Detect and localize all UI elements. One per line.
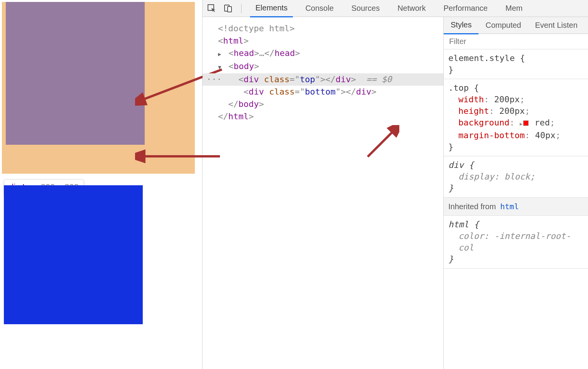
prop-width-name[interactable]: width bbox=[458, 95, 484, 104]
brace-close: } bbox=[448, 65, 453, 74]
dom-head-close: head bbox=[274, 48, 295, 58]
brace-open: { bbox=[474, 220, 479, 229]
inherited-from-header: Inherited from html bbox=[444, 198, 588, 216]
html-rule-block[interactable]: html { color: -internal-root-col } bbox=[444, 216, 588, 269]
inspected-element-overlay bbox=[2, 2, 195, 174]
device-toggle-icon[interactable] bbox=[223, 4, 233, 13]
inherited-target-link[interactable]: html bbox=[500, 202, 519, 211]
brace-close: } bbox=[448, 142, 453, 152]
styles-tab-bar: Styles Computed Event Listen bbox=[444, 17, 588, 34]
styles-filter-input[interactable] bbox=[449, 37, 583, 46]
html-rule-selector: html bbox=[448, 220, 469, 229]
tab-network[interactable]: Network bbox=[392, 0, 431, 17]
color-swatch-red-icon[interactable] bbox=[523, 120, 529, 126]
dom-body-open[interactable]: body bbox=[234, 61, 254, 71]
styles-content[interactable]: element.style { } .top { width: 200px; h… bbox=[444, 49, 588, 369]
dom-body-close[interactable]: body bbox=[238, 99, 259, 109]
styles-panel: Styles Computed Event Listen element.sty… bbox=[443, 17, 588, 369]
dom-html-open[interactable]: html bbox=[223, 36, 243, 46]
tab-computed[interactable]: Computed bbox=[478, 17, 528, 34]
dom-div-bottom-close: div bbox=[356, 87, 372, 96]
inspect-element-icon[interactable] bbox=[207, 4, 216, 13]
tab-memory[interactable]: Mem bbox=[500, 0, 528, 17]
devtools-tab-bar: Elements Console Sources Network Perform… bbox=[203, 0, 588, 17]
tab-styles[interactable]: Styles bbox=[444, 17, 478, 34]
div-rule-selector: div bbox=[448, 160, 464, 170]
styles-filter-container bbox=[444, 34, 588, 49]
elements-tree[interactable]: <!doctype html> <html> ▶ <head>…</head> … bbox=[203, 17, 443, 369]
brace-close: } bbox=[448, 254, 453, 264]
div-rule-block[interactable]: div { display: block; } bbox=[444, 156, 588, 198]
dom-selected-suffix: == $0 bbox=[366, 74, 392, 84]
dom-doctype[interactable]: <!doctype html> bbox=[218, 24, 295, 33]
element-style-selector: element.style bbox=[448, 53, 515, 63]
devtools-body: <!doctype html> <html> ▶ <head>…</head> … bbox=[203, 17, 588, 369]
dom-html-close[interactable]: html bbox=[228, 112, 249, 121]
inherited-label: Inherited from bbox=[448, 202, 496, 211]
svg-line-5 bbox=[368, 130, 395, 157]
prop-display-name[interactable]: display bbox=[458, 172, 494, 181]
prop-height-value[interactable]: 200px bbox=[499, 106, 525, 116]
expand-body-icon[interactable]: ▼ bbox=[218, 61, 223, 73]
tab-elements[interactable]: Elements bbox=[250, 0, 293, 17]
brace-open: { bbox=[469, 160, 474, 170]
brace-open: { bbox=[474, 83, 479, 93]
top-rule-selector: .top bbox=[448, 83, 469, 93]
dom-head-open[interactable]: head bbox=[234, 48, 254, 58]
dom-head-ellipsis: … bbox=[259, 48, 264, 58]
expand-background-icon[interactable]: ▶ bbox=[520, 118, 522, 130]
dom-div-bottom-attr: class bbox=[269, 87, 294, 96]
tab-console[interactable]: Console bbox=[300, 0, 339, 17]
prop-margin-bottom-value[interactable]: 40px bbox=[535, 130, 556, 140]
annotation-arrow bbox=[365, 125, 399, 160]
prop-color-name[interactable]: color bbox=[458, 231, 484, 241]
expand-head-icon[interactable]: ▶ bbox=[218, 48, 223, 60]
prop-margin-bottom-name[interactable]: margin-bottom bbox=[458, 130, 525, 140]
prop-display-value[interactable]: block bbox=[504, 172, 530, 181]
rendered-page-preview: div.top 200 × 200 bbox=[0, 0, 203, 369]
dom-div-bottom-tag: div bbox=[248, 87, 264, 96]
prop-background-value[interactable]: red bbox=[534, 118, 550, 127]
dom-div-top-val: top bbox=[300, 74, 315, 84]
tab-sources[interactable]: Sources bbox=[346, 0, 385, 17]
prop-background-name[interactable]: background bbox=[458, 118, 509, 127]
inspected-element-content-box bbox=[6, 2, 145, 145]
prop-width-value[interactable]: 200px bbox=[494, 95, 520, 104]
brace-open: { bbox=[520, 53, 525, 63]
tab-performance[interactable]: Performance bbox=[438, 0, 493, 17]
brace-close: } bbox=[448, 183, 453, 193]
dom-div-top-tag: div bbox=[243, 74, 259, 84]
prop-height-name[interactable]: height bbox=[458, 106, 489, 116]
devtools-panel: Elements Console Sources Network Perform… bbox=[203, 0, 588, 369]
top-rule-block[interactable]: .top { width: 200px; height: 200px; back… bbox=[444, 79, 588, 156]
svg-rect-4 bbox=[228, 7, 231, 12]
tab-event-listeners[interactable]: Event Listen bbox=[528, 17, 585, 34]
dom-div-bottom-val: bottom bbox=[305, 87, 335, 96]
gutter-ellipsis-icon[interactable]: ··· bbox=[206, 73, 218, 86]
dom-div-bottom-line[interactable]: <div class="bottom"></div> bbox=[203, 86, 443, 98]
bottom-div-preview bbox=[4, 185, 143, 324]
element-style-block[interactable]: element.style { } bbox=[444, 49, 588, 79]
dom-selected-line[interactable]: ··· <div class="top"></div> == $0 bbox=[203, 73, 443, 86]
dom-div-top-close: div bbox=[336, 74, 351, 84]
dom-div-top-attr: class bbox=[264, 74, 289, 84]
toolbar-divider bbox=[241, 4, 242, 13]
